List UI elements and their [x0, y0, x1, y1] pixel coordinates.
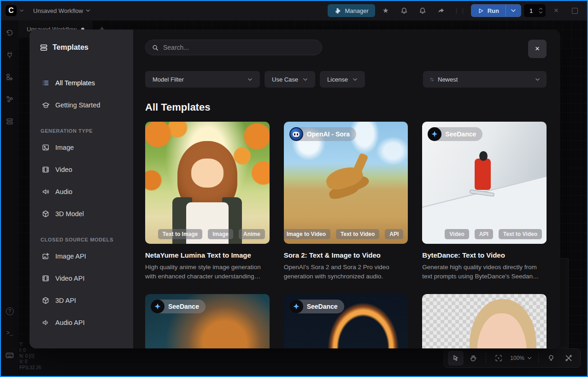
template-card-partial-1[interactable]: SeeDance	[145, 294, 270, 348]
search-input[interactable]	[163, 44, 315, 51]
section-generation-type: GENERATION TYPE	[41, 128, 124, 134]
sidebar-item-label: Image API	[55, 253, 86, 260]
list-icon	[41, 79, 50, 87]
run-label: Run	[488, 7, 499, 14]
stat-nodes: N: 0 [0]	[19, 353, 41, 359]
card-thumbnail: OpenAI - Sora Image to Video Text to Vid…	[284, 122, 408, 244]
sidebar-item-audio-api[interactable]: Audio API	[40, 312, 124, 334]
model-library-icon[interactable]	[3, 70, 17, 84]
sidebar-item-image-api[interactable]: Image API	[40, 245, 124, 267]
share-icon[interactable]	[433, 4, 449, 17]
card-description: High quality anime style image generatio…	[145, 263, 270, 281]
sidebar-item-label: Audio	[55, 188, 72, 195]
use-case-dropdown[interactable]: Use Case	[265, 71, 315, 88]
tag-badge: Text to Video	[336, 229, 379, 239]
template-card-netayume[interactable]: Text to Image Image Anime NetaYume Lumin…	[145, 122, 270, 281]
tag-badge: Text to Image	[158, 229, 202, 239]
manager-label: Manager	[345, 7, 368, 14]
speaker-icon	[41, 188, 50, 195]
image-sparkle-icon	[41, 253, 50, 260]
graduation-cap-icon	[41, 101, 50, 109]
queue-history-icon[interactable]	[3, 26, 17, 40]
sidebar-item-label: 3D Model	[55, 210, 84, 218]
card-title: Sora 2: Text & Image to Video	[284, 251, 408, 259]
sidebar-item-label: All Templates	[55, 79, 95, 87]
cube-icon	[41, 297, 50, 304]
terminal-icon[interactable]: >_	[3, 326, 17, 340]
canvas-toolbar: 100%	[444, 348, 581, 368]
toolbar-drag-handle[interactable]: ⋮⋮	[453, 7, 466, 14]
help-icon[interactable]: ?	[3, 304, 17, 318]
logo-menu-chevron-icon[interactable]	[19, 8, 24, 13]
templates-sidebar: Templates All Templates Getting Started …	[29, 29, 133, 348]
template-card-partial-2[interactable]: SeeDance	[284, 294, 408, 348]
sort-arrows-icon: ↑↓	[429, 76, 433, 82]
close-icon[interactable]: ×	[528, 40, 547, 58]
sidebar-item-video[interactable]: Video	[40, 159, 124, 181]
license-label: License	[327, 76, 348, 83]
templates-modal: Templates All Templates Getting Started …	[29, 29, 560, 348]
template-card-sora2[interactable]: OpenAI - Sora Image to Video Text to Vid…	[284, 122, 408, 281]
sort-label: Newest	[438, 76, 458, 83]
seedance-star-icon	[293, 303, 300, 310]
use-case-label: Use Case	[272, 76, 298, 83]
templates-rail-icon[interactable]	[3, 114, 17, 128]
tag-badge: API	[385, 229, 403, 239]
template-card-partial-3[interactable]	[422, 294, 547, 348]
bell-icon[interactable]	[396, 4, 412, 17]
zoom-level-value: 100%	[510, 355, 524, 361]
sidebar-item-image[interactable]: Image	[40, 136, 124, 159]
workflows-graph-icon[interactable]	[3, 92, 17, 106]
clear-queue-icon[interactable]	[567, 4, 582, 17]
sidebar-item-video-api[interactable]: Video API	[40, 267, 124, 289]
sort-dropdown[interactable]: ↑↓ Newest	[423, 71, 547, 88]
favorite-star-icon[interactable]: ★	[378, 4, 394, 17]
tag-badge: Video	[445, 229, 469, 239]
seedance-logo: SeeDance	[428, 127, 482, 141]
search-icon	[152, 44, 159, 51]
stepper-up-icon	[539, 7, 543, 10]
sidebar-item-all-templates[interactable]: All Templates	[40, 72, 124, 94]
model-filter-dropdown[interactable]: Model Filter	[145, 71, 260, 88]
film-icon	[41, 166, 50, 173]
sidebar-item-getting-started[interactable]: Getting Started	[40, 94, 124, 116]
puzzle-icon	[334, 7, 341, 14]
node-library-icon[interactable]	[3, 48, 17, 62]
chevron-down-icon	[353, 77, 358, 82]
zoom-level-dropdown[interactable]: 100%	[508, 355, 534, 361]
film-icon	[41, 275, 50, 282]
card-title: NetaYume Lumina Text to Image	[145, 251, 270, 259]
keyboard-shortcuts-icon[interactable]	[3, 348, 17, 362]
templates-title: Templates	[53, 43, 88, 52]
pan-tool-icon[interactable]	[465, 351, 481, 365]
sidebar-item-audio[interactable]: Audio	[40, 181, 124, 203]
play-icon	[478, 8, 484, 14]
sidebar-item-3d-model[interactable]: 3D Model	[40, 203, 124, 225]
batch-count-stepper[interactable]: 1	[524, 4, 546, 17]
stat-v: V: 0	[19, 359, 41, 365]
workflow-name-label: Unsaved Workflow	[33, 7, 83, 14]
seedance-logo: SeeDance	[289, 300, 344, 313]
speaker-icon	[41, 319, 50, 326]
toggle-links-icon[interactable]	[561, 351, 576, 365]
cancel-run-icon[interactable]: ×	[548, 4, 564, 17]
template-card-bytedance[interactable]: SeeDance Video API Text to Video ByteDan…	[422, 122, 547, 281]
sidebar-item-label: Getting Started	[55, 101, 100, 109]
bell-alt-icon[interactable]	[415, 4, 430, 17]
search-box[interactable]	[145, 40, 322, 55]
select-tool-icon[interactable]	[448, 351, 464, 365]
run-options-chevron[interactable]	[506, 8, 521, 13]
card-title: ByteDance: Text to Video	[422, 251, 547, 259]
sidebar-item-3d-api[interactable]: 3D API	[40, 289, 124, 312]
license-dropdown[interactable]: License	[320, 71, 365, 88]
run-button[interactable]: Run	[471, 7, 506, 14]
seedance-star-icon	[154, 303, 161, 310]
fit-view-icon[interactable]	[491, 351, 506, 365]
cube-icon	[41, 210, 50, 218]
lightbulb-icon[interactable]	[543, 351, 559, 365]
comfyui-logo[interactable]: C	[6, 5, 17, 16]
sidebar-item-label: Video	[55, 166, 72, 173]
run-button-group[interactable]: Run	[471, 4, 521, 17]
manager-button[interactable]: Manager	[328, 4, 375, 17]
workflow-name-dropdown[interactable]: Unsaved Workflow	[33, 7, 90, 14]
